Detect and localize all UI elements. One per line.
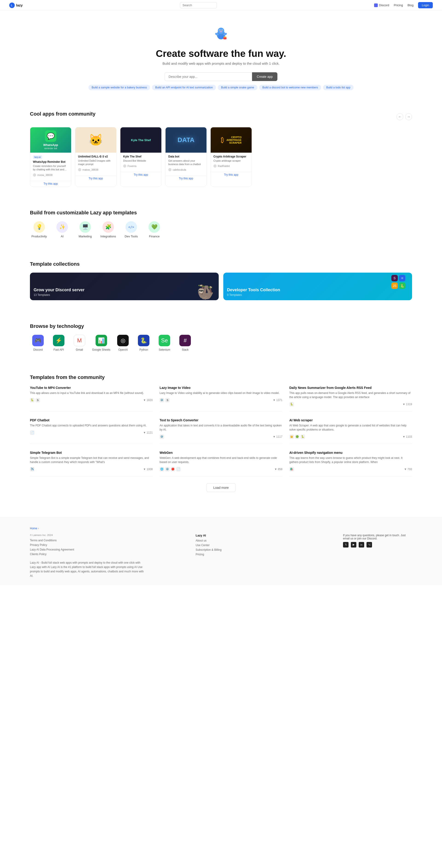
- carousel-next-button[interactable]: →: [405, 113, 412, 120]
- template-item-desc: Simple Telegram Bot is a simple example …: [30, 456, 153, 464]
- tech-label: Selenium: [159, 348, 170, 351]
- nav-blog-link[interactable]: Blog: [408, 3, 413, 7]
- community-template-item[interactable]: YouTube to MP4 Converter This app allows…: [30, 386, 153, 411]
- community-template-item[interactable]: WebGen WebGen: A web development app tha…: [160, 451, 282, 476]
- app-description-input[interactable]: [165, 72, 252, 81]
- template-category[interactable]: ✨ AI: [53, 221, 71, 238]
- try-app-link[interactable]: Try this app: [165, 176, 207, 181]
- nav-right: Discord Pricing Blog Login: [374, 2, 433, 8]
- hero-section: Create software the fun way. Build and m…: [0, 10, 442, 99]
- app-card[interactable]: Kyle The Shef Kyle The Shef Discord Bot …: [120, 127, 162, 187]
- community-template-item[interactable]: PDF Chatbot The PDF Chatbot app connects…: [30, 418, 153, 444]
- template-category[interactable]: </> Dev Tools: [122, 221, 140, 238]
- community-template-item[interactable]: Daily News Summarizer from Google Alerts…: [289, 386, 412, 411]
- template-category[interactable]: 💡 Productivity: [30, 221, 49, 238]
- footer-company-link[interactable]: Clients Policy: [30, 553, 74, 556]
- template-cat-label: Integrations: [100, 235, 116, 238]
- footer-lazy-link[interactable]: Subscription & Billing: [196, 548, 222, 551]
- template-item-footer: 🌐⚙️🔴📄 ▼ 858: [160, 467, 282, 471]
- template-icons: ✈️: [30, 467, 34, 471]
- login-button[interactable]: Login: [418, 2, 433, 8]
- footer-company-link[interactable]: Lazy AI Data Processing Agreement: [30, 548, 74, 551]
- hero-chip[interactable]: Build a simple snake game: [218, 85, 257, 90]
- app-card-tag: lazy.ai: [33, 155, 42, 159]
- nav-pricing-link[interactable]: Pricing: [393, 3, 403, 7]
- hero-chip[interactable]: Build an API endpoint for AI text summar…: [152, 85, 216, 90]
- community-template-item[interactable]: AI Web scraper AI Web Scraper: A web app…: [289, 418, 412, 444]
- collection-title: Grow your Discord server: [34, 287, 85, 292]
- tech-item[interactable]: M Gmail: [71, 335, 88, 351]
- user-name: caleboukula: [172, 168, 186, 171]
- app-card[interactable]: DATA Data bot Get answers about your bus…: [165, 127, 207, 187]
- carousel-prev-button[interactable]: ←: [397, 113, 403, 120]
- templates-section: Build from customizable Lazy app templat…: [0, 198, 442, 250]
- community-template-item[interactable]: Lazy Image to Video Lazy Image to Video …: [160, 386, 282, 411]
- try-app-link[interactable]: Try this app: [120, 172, 161, 178]
- footer-bottom: © Laimero Inc. 2024 Terms and Conditions…: [30, 534, 412, 556]
- breadcrumb-home[interactable]: Home: [30, 527, 37, 530]
- app-card[interactable]: 🐱 Unlimited DALL-E-3 v2 Unlimited Dalle3…: [75, 127, 117, 187]
- collection-count: 9 Templates: [227, 293, 280, 297]
- community-template-item[interactable]: Text to Speech Converter An application …: [160, 418, 282, 444]
- tech-item[interactable]: ◎ OpenAI: [115, 335, 131, 351]
- load-more-button[interactable]: Load more: [206, 483, 236, 492]
- collection-card[interactable]: 🦥 Grow your Discord server 13 Templates: [30, 273, 219, 300]
- create-app-button[interactable]: Create app: [252, 72, 277, 81]
- svg-rect-9: [219, 35, 221, 39]
- hero-chip[interactable]: Build a sample website for a bakery busi…: [88, 85, 150, 90]
- template-category[interactable]: 🖥️ Marketing: [76, 221, 94, 238]
- navbar: L lazy Discord Pricing Blog Login: [0, 0, 442, 10]
- tech-item[interactable]: 🐍 Python: [135, 335, 152, 351]
- tech-item[interactable]: ⚡ Fast API: [51, 335, 67, 351]
- footer-lazy-link[interactable]: Use Center: [196, 544, 222, 547]
- hero-chip[interactable]: Build a discord bot to welcome new membe…: [259, 85, 321, 90]
- linkedin-icon[interactable]: in: [359, 542, 364, 548]
- user-avatar: [33, 174, 36, 177]
- template-tech-icon: ⚙️: [160, 434, 164, 439]
- footer: Home › © Laimero Inc. 2024 Terms and Con…: [0, 517, 442, 585]
- apps-grid: 💬 WhatsApp reminder bot lazy.ai WhatsApp…: [30, 127, 412, 187]
- template-icons: 🐍: [289, 402, 294, 407]
- template-icons: ⚙️S: [160, 398, 170, 402]
- template-category[interactable]: 🧩 Integrations: [99, 221, 117, 238]
- hero-chip[interactable]: Build a todo list app: [323, 85, 354, 90]
- template-item-name: WebGen: [160, 451, 282, 455]
- app-card[interactable]: ₿ CRYPTOARBITRAGESCRAPER Crypto Arbitrag…: [211, 127, 252, 187]
- tech-item[interactable]: # Slack: [177, 335, 193, 351]
- try-app-link[interactable]: Try this app: [211, 172, 252, 178]
- youtube-icon[interactable]: ▶: [351, 542, 356, 548]
- react-badge: ⚛: [399, 275, 405, 281]
- template-stars: ▼ 1820: [143, 399, 153, 402]
- star-icon: ▼: [143, 468, 146, 471]
- collection-mascot: 🦥: [197, 284, 214, 300]
- template-tech-icon: 🐍: [301, 434, 305, 439]
- template-item-name: AI Web scraper: [289, 418, 412, 422]
- tech-label: Discord: [33, 348, 43, 351]
- github-icon[interactable]: ⌥: [367, 542, 372, 548]
- template-cat-icon: 💡: [33, 221, 45, 233]
- nav-discord-link[interactable]: Discord: [374, 3, 389, 7]
- footer-left: © Laimero Inc. 2024 Terms and Conditions…: [30, 534, 74, 556]
- footer-lazy-link[interactable]: Pricing: [196, 553, 222, 556]
- community-template-item[interactable]: AI-driven Shopify navigation menu This a…: [289, 451, 412, 476]
- collection-card[interactable]: S ⚛ JS 🐍 Developer Tools Collection 9 Te…: [223, 273, 412, 300]
- try-app-link[interactable]: Try this app: [30, 181, 71, 186]
- app-card[interactable]: 💬 WhatsApp reminder bot lazy.ai WhatsApp…: [30, 127, 71, 187]
- logo[interactable]: L lazy: [9, 3, 23, 8]
- community-template-item[interactable]: Simple Telegram Bot Simple Telegram Bot …: [30, 451, 153, 476]
- template-stars: ▼ 858: [275, 468, 282, 471]
- footer-company-link[interactable]: Privacy Policy: [30, 544, 74, 547]
- footer-lazy-link[interactable]: About us: [196, 539, 222, 542]
- tech-item[interactable]: 📊 Google Sheets: [92, 335, 110, 351]
- tech-item[interactable]: 🎮 Discord: [30, 335, 46, 351]
- search-input[interactable]: [180, 2, 217, 8]
- app-card-body: Kyle The Shef Discord Bot Website Fsuems: [120, 153, 161, 172]
- app-card-user: matow_38838: [78, 168, 114, 171]
- template-category[interactable]: 💚 Finance: [145, 221, 163, 238]
- user-name: Fsuems: [128, 165, 136, 167]
- try-app-link[interactable]: Try this app: [75, 176, 116, 181]
- twitter-icon[interactable]: 𝕏: [343, 542, 349, 548]
- tech-item[interactable]: Se Selenium: [156, 335, 172, 351]
- footer-company-link[interactable]: Terms and Conditions: [30, 539, 74, 542]
- template-tech-icon: 🌐: [160, 467, 164, 471]
